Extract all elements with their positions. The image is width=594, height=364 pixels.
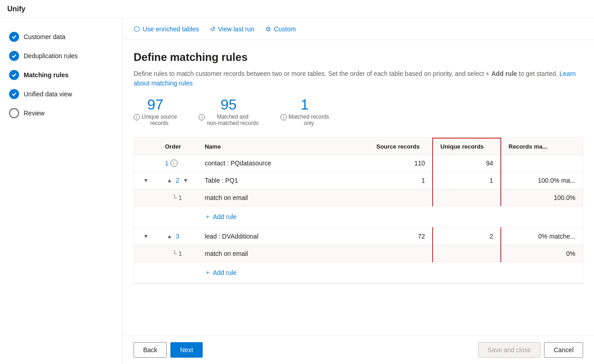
order-number-3: 3 [176, 233, 180, 240]
sub-order-num-3-1: 1 [179, 250, 182, 257]
td-records-matched-1 [501, 155, 583, 172]
add-rule-button-2[interactable]: ＋ Add rule [205, 211, 236, 223]
stat-matched-non-matched-label: i Matched andnon-matched records [199, 114, 258, 126]
records-matched-2: 100.0% ma... [538, 177, 576, 184]
custom-label: Custom [274, 25, 296, 33]
order-number-2: 2 [176, 177, 180, 184]
back-button[interactable]: Back [134, 342, 167, 358]
order-down-button-2[interactable]: ▼ [181, 176, 190, 184]
td-unique-1: 94 [433, 155, 501, 172]
view-last-run-link[interactable]: ↺ View last run [210, 25, 255, 33]
sidebar-item-matching-rules[interactable]: Matching rules [0, 65, 122, 85]
page-title: Define matching rules [134, 51, 583, 64]
stat-matched-only-label: i Matched recordsonly [280, 114, 329, 126]
sidebar-label-deduplication-rules: Deduplication rules [24, 52, 78, 60]
td-sub-records-3-1: 0% [501, 245, 583, 262]
table-row: ＋ Add rule [134, 206, 583, 228]
actions-bar: ⬡ Use enriched tables ↺ View last run ⚙ … [123, 18, 594, 40]
td-add-rule-order-2 [158, 206, 198, 228]
td-unique-3: 2 [433, 228, 501, 245]
stat-unique-source-number: 97 [134, 97, 177, 112]
sidebar-label-matching-rules: Matching rules [24, 71, 69, 79]
sub-line-icon-3: └ [172, 250, 177, 257]
sidebar-label-review: Review [24, 110, 45, 117]
sidebar-status-unified-data-view [9, 89, 19, 99]
stat-matched-only-number: 1 [280, 97, 329, 112]
td-sub-order-2-1: └ 1 [158, 189, 198, 206]
td-sub-unique-3-1 [433, 245, 501, 262]
source-records-2: 1 [421, 177, 425, 184]
td-add-rule-collapse-3 [134, 262, 158, 284]
unique-records-1: 94 [486, 160, 493, 167]
sub-records-2-1: 100.0% [554, 194, 575, 201]
td-add-rule-3: ＋ Add rule [197, 262, 583, 284]
table-name-2: Table : PQ1 [205, 177, 238, 184]
collapse-button-3[interactable]: ▼ [141, 232, 150, 240]
use-enriched-tables-label: Use enriched tables [143, 25, 199, 33]
td-name-1: contact : PQdatasource [197, 155, 369, 172]
stat-unique-source-label: i Unique sourcerecords [134, 114, 177, 126]
order-number-1: 1 [165, 160, 169, 167]
source-records-1: 110 [414, 160, 425, 167]
page-content: Define matching rules Define rules to ma… [123, 40, 594, 335]
next-button[interactable]: Next [170, 342, 203, 358]
th-unique-records-label: Unique records [440, 143, 484, 150]
td-unique-2: 1 [433, 172, 501, 189]
custom-icon: ⚙ [265, 25, 271, 33]
td-collapse-3: ▼ [134, 228, 158, 245]
td-add-rule-order-3 [158, 262, 198, 284]
stat-matched-non-matched-text: Matched andnon-matched records [207, 114, 258, 126]
sub-records-3-1: 0% [566, 250, 575, 257]
description-text: Define rules to match customer records b… [134, 70, 559, 77]
stat-matched-only-info-icon[interactable]: i [280, 114, 287, 120]
scrollbar-inner [134, 284, 543, 284]
stat-matched-non-matched-info-icon[interactable]: i [199, 114, 205, 120]
order-up-button-3[interactable]: ▲ [165, 232, 174, 240]
td-sub-collapse-3-1 [134, 245, 158, 262]
add-rule-button-3[interactable]: ＋ Add rule [205, 267, 236, 279]
stat-matched-non-matched: 95 i Matched andnon-matched records [199, 97, 258, 126]
collapse-button-2[interactable]: ▼ [141, 176, 150, 184]
table-row: ▼ ▲ 2 ▼ Table : PQ1 [134, 172, 583, 189]
th-name-label: Name [205, 143, 220, 150]
sidebar-item-customer-data[interactable]: Customer data [0, 27, 122, 46]
sidebar-status-deduplication-rules [9, 51, 19, 61]
th-order-label: Order [165, 143, 181, 150]
td-order-1: 1 i [158, 155, 198, 172]
th-records-matched: Records ma... [501, 138, 583, 155]
table-row: └ 1 match on email 100.0% [134, 189, 583, 206]
add-rule-label-2: Add rule [213, 213, 236, 220]
save-close-button[interactable]: Save and close [478, 342, 541, 358]
custom-link[interactable]: ⚙ Custom [265, 25, 296, 33]
stat-unique-source-info-icon[interactable]: i [134, 114, 140, 120]
td-sub-name-3-1: match on email [197, 245, 369, 262]
footer-left: Back Next [134, 342, 203, 358]
horizontal-scrollbar[interactable] [134, 284, 583, 291]
sidebar-status-review [9, 108, 19, 118]
td-sub-source-2-1 [369, 189, 433, 206]
td-sub-records-2-1: 100.0% [501, 189, 583, 206]
th-order: Order [158, 138, 198, 155]
stat-unique-source-text: Unique sourcerecords [142, 114, 177, 126]
th-name: Name [197, 138, 369, 155]
footer-right: Save and close Cancel [478, 342, 583, 358]
table-row: 1 i contact : PQdatasource 110 [134, 155, 583, 172]
sidebar-status-matching-rules [9, 70, 19, 80]
page-description: Define rules to match customer records b… [134, 69, 583, 88]
sidebar-item-unified-data-view[interactable]: Unified data view [0, 85, 122, 104]
td-sub-order-3-1: └ 1 [158, 245, 198, 262]
view-last-run-label: View last run [218, 25, 255, 33]
matching-table: Order Name Source records Unique records [134, 138, 583, 283]
sub-line-icon: └ [172, 194, 177, 201]
use-enriched-tables-link[interactable]: ⬡ Use enriched tables [134, 25, 199, 33]
order-info-button-1[interactable]: i [170, 160, 178, 167]
cancel-button[interactable]: Cancel [544, 342, 583, 358]
td-sub-source-3-1 [369, 245, 433, 262]
th-source-records: Source records [369, 138, 433, 155]
sidebar-item-review[interactable]: Review [0, 104, 122, 123]
stat-matched-non-matched-number: 95 [199, 97, 258, 112]
sidebar-item-deduplication-rules[interactable]: Deduplication rules [0, 46, 122, 65]
order-up-button-2[interactable]: ▲ [165, 176, 174, 184]
table-name-3: lead : DVAdditional [205, 233, 258, 240]
records-matched-3: 0% matche... [538, 233, 575, 240]
